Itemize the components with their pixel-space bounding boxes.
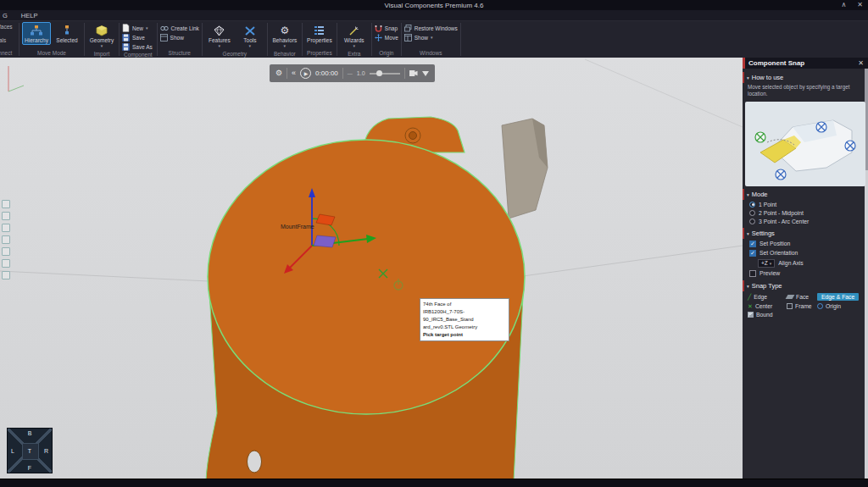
origin-icon xyxy=(817,303,823,309)
menu-help[interactable]: HELP xyxy=(21,12,38,19)
selected-button[interactable]: Selected xyxy=(53,22,81,45)
tab-bolt-hole[interactable] xyxy=(405,128,420,143)
base-mount-hole[interactable] xyxy=(248,451,262,473)
view-cube-back[interactable]: B xyxy=(28,430,32,436)
viewport-tool-2[interactable] xyxy=(2,212,10,220)
ribbon-group-windows: Restore Windows Show ▾ Windows xyxy=(402,21,460,58)
viewport-tool-4[interactable] xyxy=(2,235,10,244)
view-cube-top[interactable]: T xyxy=(28,448,31,454)
snap-type-frame[interactable]: Frame xyxy=(787,303,817,309)
properties-button[interactable]: Properties xyxy=(305,22,334,45)
tools-button[interactable]: Tools ▾ xyxy=(236,22,264,50)
minimize-chevron-icon[interactable]: ∧ xyxy=(841,0,846,10)
mode-option-3-point-arc-center[interactable]: 3 Point - Arc Center xyxy=(743,217,868,225)
set-position-checkbox-row[interactable]: ✓ Set Position xyxy=(743,239,868,248)
snap-type-center[interactable]: ✕ Center xyxy=(748,303,787,309)
mode-option-2-point-midpoint[interactable]: 2 Point - Midpoint xyxy=(743,208,868,217)
view-cube-right[interactable]: R xyxy=(44,448,48,454)
speed-slider-handle[interactable] xyxy=(376,70,382,76)
move-button[interactable]: Move xyxy=(375,33,398,42)
record-video-icon[interactable] xyxy=(409,70,418,76)
hierarchy-button[interactable]: Hierarchy xyxy=(22,22,51,45)
radio[interactable] xyxy=(749,219,755,224)
view-cube[interactable]: B L T R F xyxy=(7,428,53,473)
menu-bar: G HELP xyxy=(0,10,868,21)
mode-option-1-point[interactable]: 1 Point xyxy=(743,200,868,208)
save-as-button[interactable]: Save As xyxy=(122,42,153,51)
gizmo-frame-label: MountFrame xyxy=(281,224,314,230)
reset-simulation-icon[interactable]: « xyxy=(292,69,296,77)
view-cube-left[interactable]: L xyxy=(11,448,14,454)
simulation-time: 0:00:00 xyxy=(315,69,338,77)
viewport-tool-1[interactable] xyxy=(2,200,10,208)
radio-selected[interactable] xyxy=(749,202,755,208)
title-bar: Visual Components Premium 4.6 ∧ ✕ xyxy=(0,0,868,10)
robot-base-rear-block[interactable] xyxy=(502,119,548,219)
3d-viewport[interactable]: ⚙ « ▶ 0:00:00 — 1.0 xyxy=(0,58,743,479)
playback-filter-icon[interactable] xyxy=(422,71,429,76)
properties-group-label: Properties xyxy=(305,49,334,58)
expander-icon: ▾ xyxy=(747,284,749,289)
move-arrows-icon xyxy=(375,30,382,45)
center-icon: ✕ xyxy=(748,303,753,309)
features-button[interactable]: Features ▾ xyxy=(205,22,234,50)
snap-type-edge-and-face-selected[interactable]: Edge & Face xyxy=(817,293,863,301)
origin-group-label: Origin xyxy=(375,49,398,58)
checkbox-unchecked[interactable] xyxy=(749,270,756,277)
application-window: Visual Components Premium 4.6 ∧ ✕ G HELP… xyxy=(0,0,868,487)
structure-group-label: Structure xyxy=(160,49,199,58)
how-to-use-description: Move selected object by specifying a tar… xyxy=(743,83,868,100)
preview-checkbox-row[interactable]: Preview xyxy=(743,268,868,278)
behaviors-button[interactable]: ⚙ Behaviors ▾ xyxy=(270,22,299,50)
structure-show-button[interactable]: Show xyxy=(160,33,199,42)
section-header-how-to-use[interactable]: ▾ How to use xyxy=(743,72,868,83)
panel-close-icon[interactable]: ✕ xyxy=(858,59,864,67)
signals-button[interactable]: Signals xyxy=(0,37,19,43)
speed-slider[interactable] xyxy=(370,73,400,75)
extra-group-label: Extra xyxy=(340,50,369,58)
windows-show-button[interactable]: Show ▾ xyxy=(404,33,458,42)
radio[interactable] xyxy=(749,210,755,216)
windows-show-icon xyxy=(404,30,412,45)
play-icon: ▶ xyxy=(304,71,309,76)
snap-type-bound[interactable]: Bound xyxy=(748,312,787,318)
dropdown-icon: ▾ xyxy=(431,35,433,40)
checkbox-checked[interactable]: ✓ xyxy=(749,241,756,247)
robot-base-top-face[interactable] xyxy=(208,140,525,414)
snap-type-edge[interactable]: ╱ Edge xyxy=(748,294,787,300)
section-header-settings[interactable]: ▾ Settings xyxy=(743,228,868,239)
play-button[interactable]: ▶ xyxy=(300,68,311,79)
viewport-tool-7[interactable] xyxy=(2,271,10,279)
dropdown-icon: ▾ xyxy=(101,43,103,48)
restore-windows-button[interactable]: Restore Windows xyxy=(404,24,458,32)
tooltip-action: Pick target point xyxy=(423,331,506,339)
ribbon-group-component: New ▾ Save Save As Component xyxy=(120,21,157,58)
geometry-import-button[interactable]: Geometry ▾ xyxy=(87,22,116,50)
set-orientation-checkbox-row[interactable]: ✓ Set Orientation xyxy=(743,248,868,257)
menu-partial: G xyxy=(3,12,8,19)
axis-dropdown[interactable]: +Z ▾ xyxy=(758,259,775,268)
ribbon-group-geometry: Features ▾ Tools ▾ Geometry xyxy=(203,21,267,58)
snap-type-face[interactable]: Face xyxy=(787,294,817,300)
viewport-tool-5[interactable] xyxy=(2,247,10,256)
simulation-settings-gear-icon[interactable]: ⚙ xyxy=(275,69,282,77)
divider xyxy=(404,68,405,79)
divider xyxy=(342,68,343,79)
viewport-tool-6[interactable] xyxy=(2,259,10,268)
wizards-button[interactable]: Wizards ▾ xyxy=(340,22,369,50)
close-window-icon[interactable]: ✕ xyxy=(857,0,863,10)
window-title: Visual Components Premium 4.6 xyxy=(385,2,484,9)
viewport-tool-3[interactable] xyxy=(2,224,10,232)
behavior-group-label: Behavior xyxy=(270,50,299,58)
expander-icon: ▾ xyxy=(747,75,749,80)
checkbox-checked[interactable]: ✓ xyxy=(749,250,756,257)
section-header-mode[interactable]: ▾ Mode xyxy=(743,189,868,200)
snap-type-origin[interactable]: Origin xyxy=(817,303,863,309)
dropdown-icon: ▾ xyxy=(249,43,252,48)
ribbon-group-move-mode: Hierarchy Selected Move Mode xyxy=(19,21,84,58)
expander-icon: ▾ xyxy=(747,192,749,197)
section-header-snap-type[interactable]: ▾ Snap Type xyxy=(743,280,868,291)
simulation-playback-bar: ⚙ « ▶ 0:00:00 — 1.0 xyxy=(270,64,435,82)
view-cube-front[interactable]: F xyxy=(28,465,31,471)
interfaces-button[interactable]: Interfaces xyxy=(0,24,19,30)
